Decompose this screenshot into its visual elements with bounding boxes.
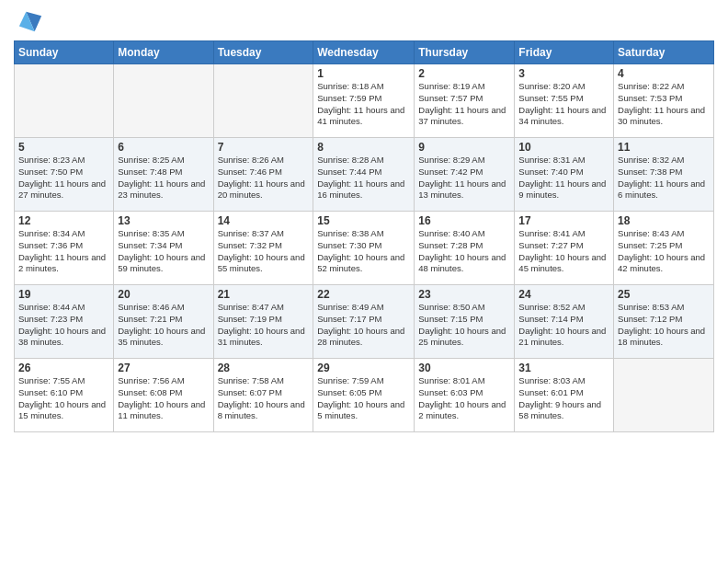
table-row: 14Sunrise: 8:37 AMSunset: 7:32 PMDayligh… [213,212,313,285]
day-number: 22 [317,288,410,301]
logo-icon [17,7,43,33]
calendar-week-row: 1Sunrise: 8:18 AMSunset: 7:59 PMDaylight… [15,64,714,138]
day-info: Sunrise: 8:19 AMSunset: 7:57 PMDaylight:… [418,81,510,128]
day-number: 16 [418,214,510,227]
col-friday: Friday [515,41,614,64]
table-row: 31Sunrise: 8:03 AMSunset: 6:01 PMDayligh… [515,359,614,432]
table-row: 28Sunrise: 7:58 AMSunset: 6:07 PMDayligh… [213,359,313,432]
calendar-week-row: 5Sunrise: 8:23 AMSunset: 7:50 PMDaylight… [15,138,714,212]
day-info: Sunrise: 8:40 AMSunset: 7:28 PMDaylight:… [418,228,510,275]
table-row: 18Sunrise: 8:43 AMSunset: 7:25 PMDayligh… [614,212,714,285]
table-row [614,359,714,432]
day-number: 10 [518,141,609,154]
day-number: 18 [618,214,710,227]
table-row: 21Sunrise: 8:47 AMSunset: 7:19 PMDayligh… [213,285,313,359]
table-row: 20Sunrise: 8:46 AMSunset: 7:21 PMDayligh… [114,285,213,359]
day-info: Sunrise: 8:37 AMSunset: 7:32 PMDaylight:… [218,228,310,275]
day-info: Sunrise: 8:25 AMSunset: 7:48 PMDaylight:… [118,155,209,201]
table-row: 17Sunrise: 8:41 AMSunset: 7:27 PMDayligh… [515,212,614,285]
day-info: Sunrise: 8:32 AMSunset: 7:38 PMDaylight:… [618,155,710,201]
day-info: Sunrise: 8:43 AMSunset: 7:25 PMDaylight:… [618,228,710,275]
day-number: 7 [218,141,310,154]
table-row: 30Sunrise: 8:01 AMSunset: 6:03 PMDayligh… [415,359,515,432]
header [14,9,714,33]
day-info: Sunrise: 8:29 AMSunset: 7:42 PMDaylight:… [418,155,510,201]
day-number: 28 [218,362,310,374]
day-number: 30 [418,362,510,374]
day-number: 12 [18,214,109,227]
table-row: 24Sunrise: 8:52 AMSunset: 7:14 PMDayligh… [515,285,614,359]
table-row: 15Sunrise: 8:38 AMSunset: 7:30 PMDayligh… [313,212,415,285]
day-number: 3 [518,67,609,80]
day-number: 8 [317,141,410,154]
table-row: 3Sunrise: 8:20 AMSunset: 7:55 PMDaylight… [515,64,614,138]
day-info: Sunrise: 7:56 AMSunset: 6:08 PMDaylight:… [118,375,209,422]
day-info: Sunrise: 7:55 AMSunset: 6:10 PMDaylight:… [18,375,109,422]
table-row: 4Sunrise: 8:22 AMSunset: 7:53 PMDaylight… [614,64,714,138]
table-row: 27Sunrise: 7:56 AMSunset: 6:08 PMDayligh… [114,359,213,432]
day-number: 9 [418,141,510,154]
calendar-week-row: 19Sunrise: 8:44 AMSunset: 7:23 PMDayligh… [15,285,714,359]
day-number: 15 [317,214,410,227]
table-row: 19Sunrise: 8:44 AMSunset: 7:23 PMDayligh… [15,285,114,359]
day-info: Sunrise: 8:31 AMSunset: 7:40 PMDaylight:… [518,155,609,201]
day-number: 24 [518,288,609,301]
day-number: 25 [618,288,710,301]
day-info: Sunrise: 8:18 AMSunset: 7:59 PMDaylight:… [317,81,410,128]
day-number: 4 [618,67,710,80]
calendar-table: Sunday Monday Tuesday Wednesday Thursday… [14,40,714,432]
day-info: Sunrise: 8:46 AMSunset: 7:21 PMDaylight:… [118,302,209,349]
table-row: 9Sunrise: 8:29 AMSunset: 7:42 PMDaylight… [415,138,515,212]
day-number: 6 [118,141,209,154]
day-number: 29 [317,362,410,374]
day-info: Sunrise: 8:22 AMSunset: 7:53 PMDaylight:… [618,81,710,128]
table-row: 6Sunrise: 8:25 AMSunset: 7:48 PMDaylight… [114,138,213,212]
logo [14,9,43,33]
table-row: 16Sunrise: 8:40 AMSunset: 7:28 PMDayligh… [415,212,515,285]
table-row: 2Sunrise: 8:19 AMSunset: 7:57 PMDaylight… [415,64,515,138]
day-number: 2 [418,67,510,80]
day-info: Sunrise: 8:52 AMSunset: 7:14 PMDaylight:… [518,302,609,349]
calendar-header-row: Sunday Monday Tuesday Wednesday Thursday… [15,41,714,64]
table-row: 1Sunrise: 8:18 AMSunset: 7:59 PMDaylight… [313,64,415,138]
day-number: 27 [118,362,209,374]
day-info: Sunrise: 8:38 AMSunset: 7:30 PMDaylight:… [317,228,410,275]
col-tuesday: Tuesday [213,41,313,64]
col-monday: Monday [114,41,213,64]
col-sunday: Sunday [15,41,114,64]
day-number: 21 [218,288,310,301]
day-number: 1 [317,67,410,80]
table-row: 25Sunrise: 8:53 AMSunset: 7:12 PMDayligh… [614,285,714,359]
day-number: 14 [218,214,310,227]
page: Sunday Monday Tuesday Wednesday Thursday… [0,0,728,563]
col-saturday: Saturday [614,41,714,64]
day-number: 19 [18,288,109,301]
day-info: Sunrise: 8:53 AMSunset: 7:12 PMDaylight:… [618,302,710,349]
day-number: 17 [518,214,609,227]
day-number: 11 [618,141,710,154]
day-info: Sunrise: 7:59 AMSunset: 6:05 PMDaylight:… [317,375,410,422]
day-info: Sunrise: 7:58 AMSunset: 6:07 PMDaylight:… [218,375,310,422]
calendar-week-row: 26Sunrise: 7:55 AMSunset: 6:10 PMDayligh… [15,359,714,432]
day-info: Sunrise: 8:01 AMSunset: 6:03 PMDaylight:… [418,375,510,422]
day-info: Sunrise: 8:20 AMSunset: 7:55 PMDaylight:… [518,81,609,128]
day-info: Sunrise: 8:26 AMSunset: 7:46 PMDaylight:… [218,155,310,201]
day-info: Sunrise: 8:03 AMSunset: 6:01 PMDaylight:… [518,375,609,422]
day-info: Sunrise: 8:44 AMSunset: 7:23 PMDaylight:… [18,302,109,349]
day-info: Sunrise: 8:50 AMSunset: 7:15 PMDaylight:… [418,302,510,349]
table-row: 23Sunrise: 8:50 AMSunset: 7:15 PMDayligh… [415,285,515,359]
table-row: 11Sunrise: 8:32 AMSunset: 7:38 PMDayligh… [614,138,714,212]
table-row [213,64,313,138]
table-row: 13Sunrise: 8:35 AMSunset: 7:34 PMDayligh… [114,212,213,285]
day-info: Sunrise: 8:41 AMSunset: 7:27 PMDaylight:… [518,228,609,275]
table-row: 5Sunrise: 8:23 AMSunset: 7:50 PMDaylight… [15,138,114,212]
day-info: Sunrise: 8:28 AMSunset: 7:44 PMDaylight:… [317,155,410,201]
day-number: 5 [18,141,109,154]
day-info: Sunrise: 8:35 AMSunset: 7:34 PMDaylight:… [118,228,209,275]
table-row: 29Sunrise: 7:59 AMSunset: 6:05 PMDayligh… [313,359,415,432]
col-thursday: Thursday [415,41,515,64]
table-row [114,64,213,138]
table-row: 22Sunrise: 8:49 AMSunset: 7:17 PMDayligh… [313,285,415,359]
day-number: 20 [118,288,209,301]
table-row: 10Sunrise: 8:31 AMSunset: 7:40 PMDayligh… [515,138,614,212]
